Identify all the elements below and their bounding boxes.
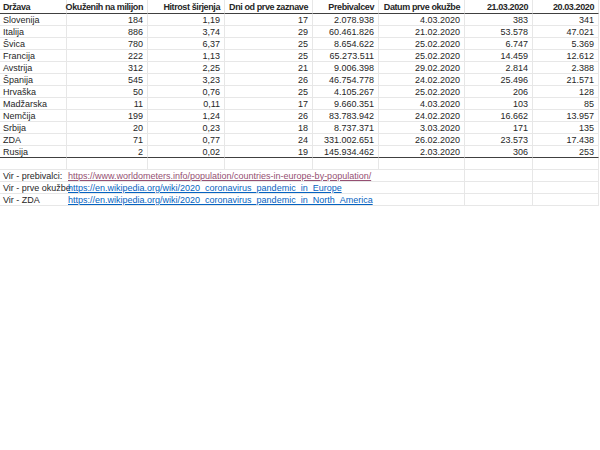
cell-infected-per-million[interactable]: 545 bbox=[67, 74, 148, 86]
cell-population[interactable]: 46.754.778 bbox=[313, 74, 379, 86]
cell-first-infection-date[interactable]: 25.02.2020 bbox=[379, 50, 465, 62]
source-link[interactable]: https://en.wikipedia.org/wiki/2020_coron… bbox=[68, 195, 373, 205]
cell-country[interactable]: ZDA bbox=[0, 134, 67, 146]
cell-first-infection-date[interactable]: 25.02.2020 bbox=[379, 86, 465, 98]
cell-2020-03-20[interactable]: 13.957 bbox=[533, 110, 599, 122]
cell-spread-rate[interactable]: 1,13 bbox=[148, 50, 225, 62]
cell-country[interactable]: Italija bbox=[0, 26, 67, 38]
cell-days-since-first-detection[interactable]: 26 bbox=[225, 74, 313, 86]
column-header-infected-per-million[interactable]: Okuženih na milijon bbox=[67, 0, 148, 14]
cell-days-since-first-detection[interactable]: 29 bbox=[225, 26, 313, 38]
cell-2020-03-20[interactable]: 85 bbox=[533, 98, 599, 110]
cell-infected-per-million[interactable]: 886 bbox=[67, 26, 148, 38]
cell-spread-rate[interactable]: 0,76 bbox=[148, 86, 225, 98]
cell-2020-03-21[interactable]: 383 bbox=[465, 14, 533, 26]
column-header-population[interactable]: Prebivalcev bbox=[313, 0, 379, 14]
cell-first-infection-date[interactable]: 4.03.2020 bbox=[379, 98, 465, 110]
cell-population[interactable]: 83.783.942 bbox=[313, 110, 379, 122]
cell-2020-03-21[interactable]: 23.573 bbox=[465, 134, 533, 146]
cell-infected-per-million[interactable]: 780 bbox=[67, 38, 148, 50]
cell-population[interactable]: 9.006.398 bbox=[313, 62, 379, 74]
cell-country[interactable]: Španija bbox=[0, 74, 67, 86]
column-header-country[interactable]: Država bbox=[0, 0, 67, 14]
cell-days-since-first-detection[interactable]: 26 bbox=[225, 110, 313, 122]
cell-population[interactable]: 9.660.351 bbox=[313, 98, 379, 110]
cell-days-since-first-detection[interactable]: 25 bbox=[225, 86, 313, 98]
column-header-spread-rate[interactable]: Hitrost širjenja bbox=[148, 0, 225, 14]
cell-spread-rate[interactable]: 1,24 bbox=[148, 110, 225, 122]
cell-infected-per-million[interactable]: 312 bbox=[67, 62, 148, 74]
cell-spread-rate[interactable]: 0,77 bbox=[148, 134, 225, 146]
column-header-2020-03-20[interactable]: 20.03.2020 bbox=[533, 0, 599, 14]
column-header-2020-03-21[interactable]: 21.03.2020 bbox=[465, 0, 533, 14]
cell-2020-03-21[interactable]: 25.496 bbox=[465, 74, 533, 86]
cell-2020-03-20[interactable]: 2.388 bbox=[533, 62, 599, 74]
cell-population[interactable]: 2.078.938 bbox=[313, 14, 379, 26]
cell-first-infection-date[interactable]: 2.03.2020 bbox=[379, 146, 465, 158]
cell-2020-03-20[interactable]: 128 bbox=[533, 86, 599, 98]
cell-infected-per-million[interactable]: 222 bbox=[67, 50, 148, 62]
cell-spread-rate[interactable]: 3,74 bbox=[148, 26, 225, 38]
cell-spread-rate[interactable]: 0,02 bbox=[148, 146, 225, 158]
cell-population[interactable]: 8.737.371 bbox=[313, 122, 379, 134]
cell-days-since-first-detection[interactable]: 18 bbox=[225, 122, 313, 134]
cell-first-infection-date[interactable]: 4.03.2020 bbox=[379, 14, 465, 26]
cell-spread-rate[interactable]: 6,37 bbox=[148, 38, 225, 50]
cell-spread-rate[interactable]: 3,23 bbox=[148, 74, 225, 86]
cell-infected-per-million[interactable]: 199 bbox=[67, 110, 148, 122]
column-header-days-since-first-detection[interactable]: Dni od prve zaznave bbox=[225, 0, 313, 14]
cell-population[interactable]: 145.934.462 bbox=[313, 146, 379, 158]
cell-population[interactable]: 60.461.826 bbox=[313, 26, 379, 38]
cell-spread-rate[interactable]: 0,23 bbox=[148, 122, 225, 134]
cell-first-infection-date[interactable]: 25.02.2020 bbox=[379, 38, 465, 50]
cell-2020-03-21[interactable]: 2.814 bbox=[465, 62, 533, 74]
column-header-first-infection-date[interactable]: Datum prve okužbe bbox=[379, 0, 465, 14]
cell-infected-per-million[interactable]: 50 bbox=[67, 86, 148, 98]
source-link[interactable]: https://en.wikipedia.org/wiki/2020_coron… bbox=[68, 183, 342, 193]
cell-days-since-first-detection[interactable]: 25 bbox=[225, 38, 313, 50]
cell-population[interactable]: 331.002.651 bbox=[313, 134, 379, 146]
cell-days-since-first-detection[interactable]: 25 bbox=[225, 50, 313, 62]
cell-first-infection-date[interactable]: 24.02.2020 bbox=[379, 110, 465, 122]
cell-country[interactable]: Francija bbox=[0, 50, 67, 62]
cell-first-infection-date[interactable]: 29.02.2020 bbox=[379, 62, 465, 74]
cell-2020-03-20[interactable]: 341 bbox=[533, 14, 599, 26]
cell-spread-rate[interactable]: 1,19 bbox=[148, 14, 225, 26]
cell-country[interactable]: Hrvaška bbox=[0, 86, 67, 98]
cell-2020-03-21[interactable]: 6.747 bbox=[465, 38, 533, 50]
cell-days-since-first-detection[interactable]: 17 bbox=[225, 98, 313, 110]
cell-infected-per-million[interactable]: 2 bbox=[67, 146, 148, 158]
cell-2020-03-20[interactable]: 5.369 bbox=[533, 38, 599, 50]
cell-2020-03-21[interactable]: 103 bbox=[465, 98, 533, 110]
cell-days-since-first-detection[interactable]: 24 bbox=[225, 134, 313, 146]
cell-days-since-first-detection[interactable]: 21 bbox=[225, 62, 313, 74]
cell-spread-rate[interactable]: 2,25 bbox=[148, 62, 225, 74]
cell-2020-03-20[interactable]: 12.612 bbox=[533, 50, 599, 62]
cell-infected-per-million[interactable]: 20 bbox=[67, 122, 148, 134]
cell-country[interactable]: Slovenija bbox=[0, 14, 67, 26]
cell-infected-per-million[interactable]: 184 bbox=[67, 14, 148, 26]
cell-population[interactable]: 65.273.511 bbox=[313, 50, 379, 62]
source-link[interactable]: https://www.worldometers.info/population… bbox=[68, 171, 371, 181]
cell-first-infection-date[interactable]: 24.02.2020 bbox=[379, 74, 465, 86]
cell-2020-03-20[interactable]: 17.438 bbox=[533, 134, 599, 146]
cell-first-infection-date[interactable]: 26.02.2020 bbox=[379, 134, 465, 146]
cell-infected-per-million[interactable]: 11 bbox=[67, 98, 148, 110]
cell-2020-03-20[interactable]: 21.571 bbox=[533, 74, 599, 86]
cell-2020-03-21[interactable]: 16.662 bbox=[465, 110, 533, 122]
cell-population[interactable]: 4.105.267 bbox=[313, 86, 379, 98]
cell-population[interactable]: 8.654.622 bbox=[313, 38, 379, 50]
cell-2020-03-21[interactable]: 171 bbox=[465, 122, 533, 134]
cell-country[interactable]: Nemčija bbox=[0, 110, 67, 122]
cell-country[interactable]: Avstrija bbox=[0, 62, 67, 74]
cell-2020-03-21[interactable]: 14.459 bbox=[465, 50, 533, 62]
cell-infected-per-million[interactable]: 71 bbox=[67, 134, 148, 146]
cell-spread-rate[interactable]: 0,11 bbox=[148, 98, 225, 110]
cell-2020-03-21[interactable]: 53.578 bbox=[465, 26, 533, 38]
cell-country[interactable]: Švica bbox=[0, 38, 67, 50]
cell-first-infection-date[interactable]: 21.02.2020 bbox=[379, 26, 465, 38]
cell-2020-03-21[interactable]: 306 bbox=[465, 146, 533, 158]
cell-days-since-first-detection[interactable]: 19 bbox=[225, 146, 313, 158]
cell-2020-03-21[interactable]: 206 bbox=[465, 86, 533, 98]
cell-2020-03-20[interactable]: 47.021 bbox=[533, 26, 599, 38]
